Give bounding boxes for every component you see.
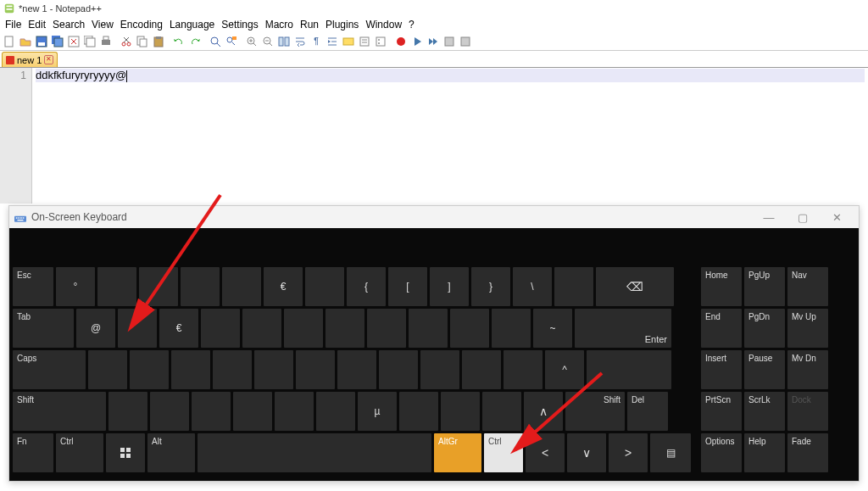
menu-language[interactable]: Language	[166, 19, 218, 31]
tb-open-icon[interactable]	[18, 34, 33, 49]
tb-indent-icon[interactable]	[325, 34, 340, 49]
key-blank[interactable]	[118, 309, 157, 348]
key-blank[interactable]	[97, 267, 136, 306]
key-blank[interactable]	[337, 350, 376, 389]
menu-window[interactable]: Window	[362, 19, 405, 31]
key-mvdn[interactable]: Mv Dn	[787, 350, 828, 389]
key-esc[interactable]: Esc	[13, 267, 53, 306]
tb-saveall-icon[interactable]	[50, 34, 65, 49]
key-insert[interactable]: Insert	[701, 350, 742, 389]
key-shift-left[interactable]: Shift	[13, 392, 106, 431]
tb-playmulti-icon[interactable]	[458, 34, 473, 49]
key-blank[interactable]	[213, 350, 252, 389]
key-fade[interactable]: Fade	[787, 433, 828, 472]
key-caret[interactable]: ^	[545, 350, 584, 389]
tb-wrap-icon[interactable]	[292, 34, 308, 49]
menu-encoding[interactable]: Encoding	[117, 19, 166, 31]
key-blank[interactable]	[150, 392, 189, 431]
key-space[interactable]	[198, 433, 431, 472]
tb-find-icon[interactable]	[208, 34, 223, 49]
key-blank[interactable]: °	[56, 267, 95, 306]
key-blank[interactable]	[192, 392, 231, 431]
tb-cut-icon[interactable]	[119, 34, 134, 49]
key-blank[interactable]	[441, 392, 480, 431]
menu-edit[interactable]: Edit	[25, 19, 49, 31]
key-blank[interactable]	[482, 392, 521, 431]
key-blank[interactable]	[367, 309, 406, 348]
tb-print-icon[interactable]	[98, 34, 114, 49]
key-up[interactable]: ∧	[524, 392, 563, 431]
key-blank[interactable]	[409, 309, 448, 348]
key-blank[interactable]	[242, 309, 281, 348]
tb-replace-icon[interactable]	[224, 34, 239, 49]
key-enter-extend[interactable]	[587, 350, 671, 389]
tb-save-icon[interactable]	[34, 34, 49, 49]
key-menu[interactable]: ▤	[650, 433, 691, 472]
key-win[interactable]	[106, 433, 145, 472]
key-blank[interactable]	[316, 392, 355, 431]
key-blank[interactable]	[379, 350, 418, 389]
key-backspace[interactable]: ⌫	[596, 267, 674, 306]
key-tab[interactable]: Tab	[13, 309, 74, 348]
tb-sync-icon[interactable]	[276, 34, 292, 49]
tb-paste-icon[interactable]	[151, 34, 166, 49]
key-rbrace[interactable]: }	[471, 267, 510, 306]
key-euro2[interactable]: €	[159, 309, 198, 348]
tb-record-icon[interactable]	[393, 34, 409, 49]
key-pause[interactable]: Pause	[744, 350, 785, 389]
key-left[interactable]: <	[526, 433, 565, 472]
key-pgup[interactable]: PgUp	[744, 267, 785, 306]
key-ctrl-left[interactable]: Ctrl	[56, 433, 103, 472]
menu-search[interactable]: Search	[49, 19, 88, 31]
key-blank[interactable]	[130, 350, 169, 389]
tb-allchars-icon[interactable]: ¶	[309, 34, 324, 49]
key-dock[interactable]: Dock	[787, 392, 828, 431]
tb-undo-icon[interactable]	[171, 34, 186, 49]
tb-copy-icon[interactable]	[135, 34, 150, 49]
tb-lang-icon[interactable]	[341, 34, 356, 49]
key-caps[interactable]: Caps	[13, 350, 86, 389]
key-altgr[interactable]: AltGr	[434, 433, 481, 472]
key-blank[interactable]	[296, 350, 335, 389]
tab-close-icon[interactable]: ✕	[44, 55, 53, 64]
key-mu[interactable]: µ	[358, 392, 397, 431]
key-scrlk[interactable]: ScrLk	[744, 392, 785, 431]
key-bslash[interactable]: \	[513, 267, 552, 306]
key-blank[interactable]	[233, 392, 272, 431]
key-ctrl-right[interactable]: Ctrl	[484, 433, 523, 472]
key-lbrack[interactable]: [	[388, 267, 427, 306]
key-at[interactable]: @	[76, 309, 115, 348]
key-blank[interactable]	[462, 350, 501, 389]
key-blank[interactable]	[88, 350, 127, 389]
key-shift-right[interactable]: Shift	[565, 392, 625, 431]
key-help[interactable]: Help	[744, 433, 785, 472]
key-right[interactable]: >	[609, 433, 648, 472]
menu-view[interactable]: View	[88, 19, 117, 31]
tb-closeall-icon[interactable]	[82, 34, 97, 49]
key-blank[interactable]	[201, 309, 240, 348]
tb-new-icon[interactable]	[2, 34, 17, 49]
key-del[interactable]: Del	[627, 392, 668, 431]
key-blank[interactable]	[554, 267, 593, 306]
key-end[interactable]: End	[701, 309, 742, 348]
maximize-button[interactable]: ▢	[786, 206, 820, 228]
tb-playfast-icon[interactable]	[426, 34, 441, 49]
key-options[interactable]: Options	[701, 433, 742, 472]
key-mvup[interactable]: Mv Up	[787, 309, 828, 348]
tb-zoomout-icon[interactable]	[260, 34, 275, 49]
text-editor[interactable]: ddkfkfuryryryyyy@	[32, 68, 868, 204]
key-blank[interactable]	[222, 267, 261, 306]
key-alt[interactable]: Alt	[147, 433, 195, 472]
key-enter[interactable]: Enter	[575, 309, 671, 348]
key-blank[interactable]	[254, 350, 293, 389]
key-fn[interactable]: Fn	[13, 433, 53, 472]
key-blank[interactable]	[181, 267, 220, 306]
key-blank[interactable]	[399, 392, 438, 431]
tb-redo-icon[interactable]	[187, 34, 203, 49]
key-blank[interactable]	[275, 392, 314, 431]
key-blank[interactable]	[305, 267, 344, 306]
key-blank[interactable]	[284, 309, 323, 348]
key-prtscn[interactable]: PrtScn	[701, 392, 742, 431]
tb-savemacro-icon[interactable]	[442, 34, 457, 49]
key-blank[interactable]	[108, 392, 147, 431]
